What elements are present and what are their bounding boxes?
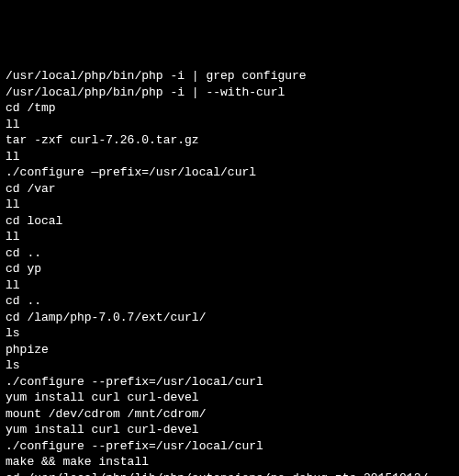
terminal-line: /usr/local/php/bin/php -i | grep configu… (6, 68, 453, 85)
terminal-line: ll (6, 117, 453, 133)
terminal-line: cd /usr/local/php/lib/php/extensions/no-… (6, 470, 453, 477)
terminal-line: ls (6, 325, 453, 342)
terminal-line: cd .. (6, 293, 453, 310)
terminal-line: yum install curl curl-devel (6, 422, 453, 438)
terminal-line: ll (6, 278, 453, 294)
terminal-line: cd local (6, 213, 453, 230)
terminal-output: /usr/local/php/bin/php -i | grep configu… (6, 68, 453, 476)
terminal-line: phpize (6, 342, 453, 358)
terminal-line: ./configure —prefix=/usr/local/curl (6, 164, 453, 181)
terminal-line: ls (6, 357, 453, 374)
terminal-line: cd /tmp (6, 100, 453, 117)
terminal-line: ll (6, 229, 453, 245)
terminal-line: ll (6, 197, 453, 213)
terminal-line: make && make install (6, 454, 453, 470)
terminal-line: tar -zxf curl-7.26.0.tar.gz (6, 132, 453, 149)
terminal-line: cd yp (6, 261, 453, 278)
terminal-line: cd /var (6, 181, 453, 198)
terminal-line: /usr/local/php/bin/php -i | --with-curl (6, 85, 453, 101)
terminal-line: ./configure --prefix=/usr/local/curl (6, 438, 453, 455)
terminal-line: ll (6, 149, 453, 165)
terminal-line: cd /lamp/php-7.0.7/ext/curl/ (6, 310, 453, 326)
terminal-line: yum install curl curl-devel (6, 390, 453, 406)
terminal-line: cd .. (6, 245, 453, 262)
terminal-line: ./configure --prefix=/usr/local/curl (6, 374, 453, 391)
terminal-line: mount /dev/cdrom /mnt/cdrom/ (6, 406, 453, 423)
